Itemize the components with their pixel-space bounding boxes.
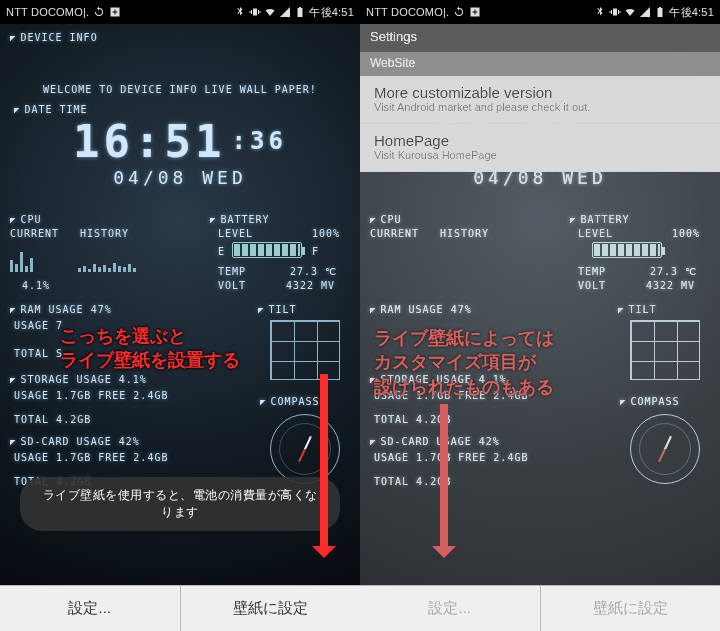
signal-icon [639,6,651,18]
storage-total: TOTAL 4.2GB [14,414,91,425]
wifi-icon [264,6,276,18]
cpu-history-lbl: HISTORY [80,228,129,239]
settings-button[interactable]: 設定... [0,586,181,631]
ram-usage: USAGE 7 [14,320,63,331]
device-info-hdr: DEVICE INFO [10,32,98,43]
cpu-bars [10,242,33,272]
settings-button[interactable]: 設定... [360,586,541,631]
batt-temp-lbl: TEMP [218,266,246,277]
cpu-history-lbl: HISTORY [440,228,489,239]
carrier-label: NTT DOCOMO|. [366,6,449,18]
compass-hdr: COMPASS [260,396,320,407]
cpu-current-lbl: CURRENT [10,228,59,239]
batt-temp: 27.3 ℃ [650,266,697,277]
annotation-left: こっちを選ぶと ライブ壁紙を設置する [60,324,240,373]
cpu-hdr: CPU [370,214,401,225]
tilt-grid [270,320,340,380]
status-bar: NTT DOCOMO|. 午後4:51 [0,0,360,24]
cpu-current-lbl: CURRENT [370,228,419,239]
battery-hdr: BATTERY [210,214,270,225]
wifi-icon [624,6,636,18]
vibrate-icon [249,6,261,18]
batt-temp-lbl: TEMP [578,266,606,277]
batt-level: 100% [312,228,340,239]
settings-item-more-customizable[interactable]: More customizable version Visit Android … [360,76,720,124]
batt-volt: 4322 MV [286,280,335,291]
phone-left: NTT DOCOMO|. 午後4:51 DEVICE INFO WELCOME … [0,0,360,631]
battery-warning-toast: ライブ壁紙を使用すると、電池の消費量が高くなります [20,477,340,531]
plus-box-icon [109,6,121,18]
batt-level: 100% [672,228,700,239]
status-clock: 午後4:51 [669,5,714,20]
annotation-right: ライブ壁紙によっては カスタマイズ項目が 設けられたものもある [374,326,554,399]
settings-header: Settings [360,24,720,52]
bottom-bar: 設定... 壁紙に設定 [360,585,720,631]
batt-shell [592,242,662,258]
settings-item-homepage[interactable]: HomePage Visit Kurousa HomePage [360,124,720,172]
annotation-arrow-right [440,404,448,554]
cpu-history-bars [78,242,136,272]
set-wallpaper-button[interactable]: 壁紙に設定 [181,586,361,631]
wallpaper-preview: DEVICE INFO WELCOME TO DEVICE INFO LIVE … [0,24,360,585]
vibrate-icon [609,6,621,18]
batt-volt-lbl: VOLT [218,280,246,291]
refresh-icon [453,6,465,18]
battery-status-icon [294,6,306,18]
batt-shell [232,242,302,258]
date-time-hdr: DATE TIME [14,104,88,115]
status-clock: 午後4:51 [309,5,354,20]
batt-volt-lbl: VOLT [578,280,606,291]
batt-volt: 4322 MV [646,280,695,291]
annotation-arrow-left [320,374,328,554]
sd-line: USAGE 1.7GB FREE 2.4GB [374,452,528,463]
tilt-hdr: TILT [258,304,297,315]
tilt-hdr: TILT [618,304,657,315]
bluetooth-icon [594,6,606,18]
batt-temp: 27.3 ℃ [290,266,337,277]
cpu-hdr: CPU [10,214,41,225]
storage-hdr: STORAGE USAGE 4.1% [10,374,147,385]
bottom-bar: 設定... 壁紙に設定 [0,585,360,631]
welcome-line: WELCOME TO DEVICE INFO LIVE WALL PAPER! [0,84,360,95]
phone-right: NTT DOCOMO|. 午後4:51 16:51:40 04/08 WED C… [360,0,720,631]
batt-level-lbl: LEVEL [218,228,253,239]
bluetooth-icon [234,6,246,18]
batt-level-lbl: LEVEL [578,228,613,239]
ram-hdr: RAM USAGE 47% [370,304,472,315]
batt-E: E [218,246,225,257]
settings-item-title: HomePage [374,132,706,149]
signal-icon [279,6,291,18]
big-clock: 16:51:36 04/08 WED [0,116,360,188]
plus-box-icon [469,6,481,18]
storage-line: USAGE 1.7GB FREE 2.4GB [14,390,168,401]
batt-F: F [312,246,319,257]
settings-panel: Settings WebSite More customizable versi… [360,24,720,172]
cpu-pct: 4.1% [22,280,50,291]
settings-category-website: WebSite [360,52,720,76]
ram-total: TOTAL S [14,348,63,359]
sd-line: USAGE 1.7GB FREE 2.4GB [14,452,168,463]
battery-status-icon [654,6,666,18]
battery-hdr: BATTERY [570,214,630,225]
compass-dial [270,414,340,484]
tilt-grid [630,320,700,380]
settings-item-sub: Visit Android market and please check it… [374,101,706,113]
set-wallpaper-button[interactable]: 壁紙に設定 [541,586,721,631]
settings-item-sub: Visit Kurousa HomePage [374,149,706,161]
compass-hdr: COMPASS [620,396,680,407]
status-bar: NTT DOCOMO|. 午後4:51 [360,0,720,24]
wallpaper-preview: 16:51:40 04/08 WED CPU CURRENT HISTORY B… [360,24,720,585]
compass-dial [630,414,700,484]
sd-hdr: SD-CARD USAGE 42% [370,436,500,447]
settings-item-title: More customizable version [374,84,706,101]
carrier-label: NTT DOCOMO|. [6,6,89,18]
sd-hdr: SD-CARD USAGE 42% [10,436,140,447]
ram-hdr: RAM USAGE 47% [10,304,112,315]
refresh-icon [93,6,105,18]
